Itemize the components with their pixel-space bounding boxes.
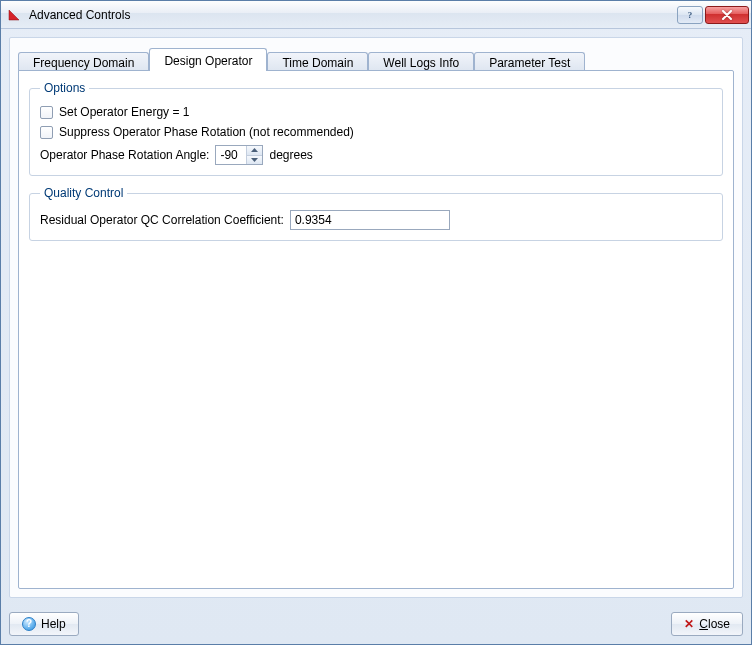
row-set-energy: Set Operator Energy = 1 [40,105,712,119]
titlebar[interactable]: Advanced Controls ? [1,1,751,29]
row-rotation-angle: Operator Phase Rotation Angle: degr [40,145,712,165]
spinner-rotation-angle [215,145,263,165]
label-rotation-units: degrees [269,148,312,162]
spinner-up-button[interactable] [247,146,262,155]
help-button[interactable]: ? Help [9,612,79,636]
tab-label: Parameter Test [489,56,570,70]
row-qc-coefficient: Residual Operator QC Correlation Coeffic… [40,210,712,230]
spinner-down-button[interactable] [247,155,262,165]
window-title: Advanced Controls [29,8,677,22]
tab-frequency-domain[interactable]: Frequency Domain [18,52,149,72]
tab-time-domain[interactable]: Time Domain [267,52,368,72]
input-rotation-angle[interactable] [216,146,246,164]
tab-page-design-operator: Options Set Operator Energy = 1 Suppress… [18,70,734,589]
help-icon: ? [22,617,36,631]
label-suppress-phase[interactable]: Suppress Operator Phase Rotation (not re… [59,125,354,139]
footer: ? Help ✕ Close [1,606,751,644]
checkbox-set-energy[interactable] [40,106,53,119]
quality-control-group: Quality Control Residual Operator QC Cor… [29,186,723,241]
label-rotation-angle: Operator Phase Rotation Angle: [40,148,209,162]
app-icon [7,7,23,23]
close-button[interactable]: ✕ Close [671,612,743,636]
svg-text:?: ? [688,10,693,20]
options-legend: Options [40,81,89,95]
tab-label: Frequency Domain [33,56,134,70]
checkbox-suppress-phase[interactable] [40,126,53,139]
tab-label: Well Logs Info [383,56,459,70]
window-buttons: ? [677,6,749,24]
qc-legend: Quality Control [40,186,127,200]
tabs-row: Frequency Domain Design Operator Time Do… [18,46,734,70]
tab-design-operator[interactable]: Design Operator [149,48,267,71]
row-suppress-phase: Suppress Operator Phase Rotation (not re… [40,125,712,139]
titlebar-close-button[interactable] [705,6,749,24]
label-qc-coefficient: Residual Operator QC Correlation Coeffic… [40,213,284,227]
help-button-label: Help [41,617,66,631]
spinner-buttons [246,146,262,164]
input-qc-coefficient[interactable] [290,210,450,230]
tab-well-logs-info[interactable]: Well Logs Info [368,52,474,72]
close-button-label: Close [699,617,730,631]
label-set-energy[interactable]: Set Operator Energy = 1 [59,105,189,119]
tab-label: Design Operator [164,54,252,68]
options-group: Options Set Operator Energy = 1 Suppress… [29,81,723,176]
tab-parameter-test[interactable]: Parameter Test [474,52,585,72]
titlebar-help-button[interactable]: ? [677,6,703,24]
close-x-icon: ✕ [684,618,694,630]
client-area: Frequency Domain Design Operator Time Do… [9,37,743,598]
dialog-window: Advanced Controls ? Frequency Domain Des… [0,0,752,645]
tab-label: Time Domain [282,56,353,70]
